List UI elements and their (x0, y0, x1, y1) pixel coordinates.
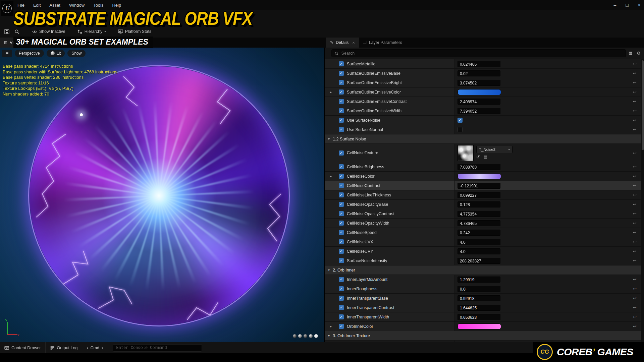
search-input[interactable] (341, 51, 623, 56)
reset-to-default-icon[interactable]: ↩ (633, 211, 637, 216)
close-tab-icon[interactable]: × (352, 40, 355, 45)
tab-viewport[interactable]: ⊞ Viewport × (0, 38, 36, 48)
property-row[interactable]: ✓SurfaceOutlineEmissiveBright3.074502↩ (325, 78, 641, 87)
color-swatch[interactable] (458, 323, 501, 329)
menu-tools[interactable]: Tools (93, 3, 103, 8)
expand-arrow-icon[interactable]: ▸ (330, 174, 332, 178)
property-row[interactable]: ✓CellNoiseUVX4.0↩ (325, 237, 641, 247)
override-checkbox[interactable]: ✓ (339, 71, 344, 76)
override-checkbox[interactable]: ✓ (339, 305, 344, 310)
property-row[interactable]: ✓SurfaceMetallic0.624466↩ (325, 59, 641, 69)
reset-to-default-icon[interactable]: ↩ (633, 314, 637, 319)
property-row[interactable]: ✓CellNoiseOpacityContrast4.775354↩ (325, 209, 641, 219)
override-checkbox[interactable]: ✓ (339, 174, 344, 179)
close-tab-icon[interactable]: × (30, 40, 32, 45)
override-checkbox[interactable]: ✓ (339, 61, 344, 66)
preview-sphere-icon[interactable] (314, 334, 318, 338)
expand-arrow-icon[interactable]: ▸ (330, 90, 332, 94)
override-checkbox[interactable]: ✓ (339, 239, 344, 244)
override-checkbox[interactable]: ✓ (339, 249, 344, 254)
override-checkbox[interactable]: ✓ (339, 183, 344, 188)
viewport-menu-button[interactable]: ≡ (2, 50, 12, 57)
override-checkbox[interactable]: ✓ (339, 118, 344, 123)
value-input[interactable]: 208.203827 (458, 258, 500, 264)
menu-file[interactable]: File (17, 3, 24, 8)
property-row[interactable]: ✓CellNoiseSpeed0.242↩ (325, 228, 641, 237)
override-checkbox[interactable]: ✓ (339, 108, 344, 113)
collapse-arrow-icon[interactable]: ▾ (328, 334, 330, 338)
value-input[interactable]: 0.653623 (458, 314, 500, 320)
output-log-button[interactable]: Output Log (46, 342, 83, 354)
reset-to-default-icon[interactable]: ↩ (633, 89, 637, 95)
property-row[interactable]: ✓CellNoiseOpacityWidth4.786465↩ (325, 219, 641, 228)
override-checkbox[interactable]: ✓ (339, 324, 344, 329)
value-input[interactable]: 7.088768 (458, 164, 500, 170)
browse-asset-icon[interactable] (13, 28, 20, 35)
reset-to-default-icon[interactable]: ↩ (633, 192, 637, 197)
value-input[interactable]: 1.29919 (458, 277, 500, 283)
reset-to-default-icon[interactable]: ↩ (633, 202, 637, 207)
value-input[interactable]: -0.121901 (458, 183, 500, 189)
tab-layer-parameters[interactable]: ❏ Layer Parameters (359, 38, 406, 48)
property-row[interactable]: ✓CellNoiseOpacityBase0.128↩ (325, 200, 641, 209)
override-checkbox[interactable]: ✓ (339, 277, 344, 282)
reset-to-default-icon[interactable]: ↩ (633, 239, 637, 244)
property-row[interactable]: ✓CellNoiseBrightness7.088768↩ (325, 162, 641, 172)
browse-to-asset-icon[interactable]: ▤ (483, 155, 487, 159)
value-input[interactable]: 0.92918 (458, 295, 500, 301)
content-drawer-button[interactable]: Content Drawer (0, 342, 46, 354)
property-row[interactable]: ✓InnerTransparentContrast1.644625↩ (325, 303, 641, 312)
hierarchy-button[interactable]: Hierarchy ▾ (77, 29, 106, 34)
reset-to-default-icon[interactable]: ↩ (633, 221, 637, 226)
value-input[interactable]: 0.099227 (458, 192, 500, 198)
property-row[interactable]: ✓InnerRoughness0.0↩ (325, 284, 641, 294)
reset-to-default-icon[interactable]: ↩ (633, 127, 637, 132)
tab-details[interactable]: ✎ Details × (326, 38, 359, 48)
expand-arrow-icon[interactable]: ▸ (330, 324, 332, 328)
gear-icon[interactable]: ⚙ (637, 51, 641, 56)
reset-to-default-icon[interactable]: ↩ (633, 286, 637, 291)
property-row[interactable]: ▸✓SurfaceOutlineEmissiveColor↩ (325, 87, 641, 97)
reset-to-default-icon[interactable]: ↩ (633, 305, 637, 310)
scrollbar-thumb[interactable] (642, 60, 644, 150)
override-checkbox[interactable]: ✓ (339, 202, 344, 207)
preview-sphere-icon[interactable] (309, 334, 313, 338)
reset-to-default-icon[interactable]: ↩ (633, 71, 637, 76)
override-checkbox[interactable]: ✓ (339, 164, 344, 169)
cmd-dropdown[interactable]: › Cmd ▾ (82, 342, 108, 354)
platform-stats-button[interactable]: Platform Stats (118, 29, 152, 34)
override-checkbox[interactable]: ✓ (339, 89, 344, 95)
value-input[interactable]: 3.074502 (458, 80, 500, 86)
value-input[interactable]: 0.624466 (458, 61, 500, 67)
value-input[interactable]: 2.408974 (458, 99, 500, 105)
property-row[interactable]: ▸✓CellNoiseColor↩ (325, 172, 641, 181)
reset-to-default-icon[interactable]: ↩ (633, 80, 637, 85)
value-checkbox[interactable] (458, 127, 463, 132)
preview-sphere-icon[interactable] (293, 334, 297, 338)
menu-window[interactable]: Window (69, 3, 85, 8)
save-icon[interactable] (3, 28, 10, 35)
color-swatch[interactable] (458, 89, 501, 95)
reset-to-default-icon[interactable]: ↩ (633, 230, 637, 235)
menu-asset[interactable]: Asset (49, 3, 60, 8)
override-checkbox[interactable]: ✓ (339, 150, 344, 156)
category-row[interactable]: ▾3. Orb Inner Texture (325, 331, 641, 341)
override-checkbox[interactable]: ✓ (339, 296, 344, 301)
reset-to-default-icon[interactable]: ↩ (633, 99, 637, 104)
reset-to-default-icon[interactable]: ↩ (633, 324, 637, 329)
reset-to-default-icon[interactable]: ↩ (633, 183, 637, 188)
collapse-arrow-icon[interactable]: ▾ (328, 268, 330, 272)
reset-to-default-icon[interactable]: ↩ (633, 164, 637, 169)
viewport-panel[interactable]: ≡ Perspective Lit Show Base pass shader:… (0, 48, 324, 342)
property-row[interactable]: ✓CellNoiseContrast-0.121901↩ (325, 181, 641, 190)
property-row[interactable]: ✓SurfaceOutlineEmissiveWidth7.394052↩ (325, 106, 641, 116)
property-row[interactable]: ✓CellNoiseTextureT_Noise2▾↺▤↩ (325, 144, 641, 162)
value-input[interactable]: 4.0 (458, 239, 500, 245)
property-row[interactable]: ✓CellNoiseLineThickness0.099227↩ (325, 190, 641, 200)
override-checkbox[interactable]: ✓ (339, 314, 344, 319)
reset-to-default-icon[interactable]: ↩ (633, 277, 637, 282)
maximize-button[interactable]: □ (626, 2, 628, 8)
value-input[interactable]: 0.0 (458, 286, 500, 292)
use-selected-asset-icon[interactable]: ↺ (476, 155, 480, 159)
value-input[interactable]: 4.786465 (458, 220, 500, 226)
